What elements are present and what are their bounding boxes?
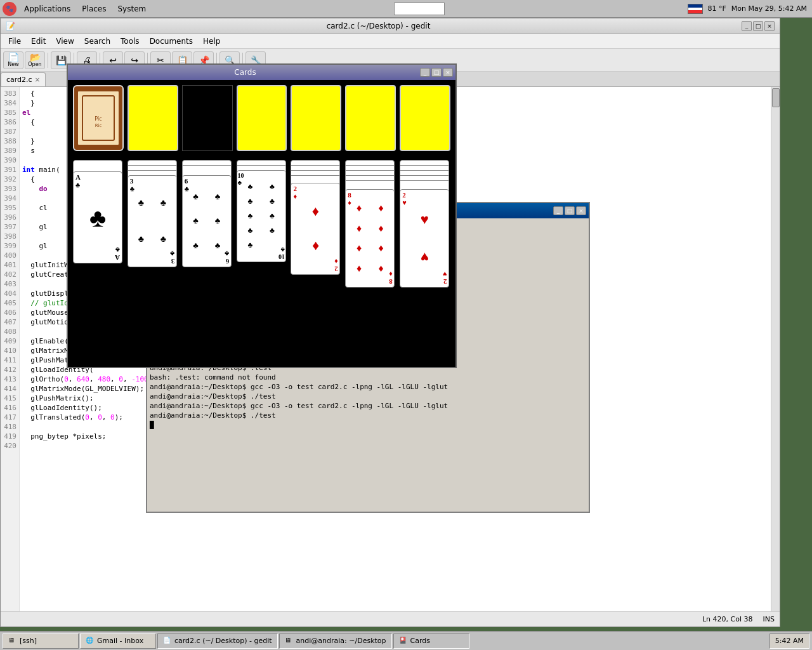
places-menu[interactable]: Places: [77, 3, 111, 15]
scrollbar-right[interactable]: [771, 87, 780, 611]
term-line: andi@andraia:~/Desktop$ ./test: [150, 392, 586, 402]
new-button[interactable]: 📄 New: [3, 51, 23, 69]
terminal-maximize-btn[interactable]: □: [565, 206, 575, 215]
yellow-slot-5: [400, 85, 450, 151]
terminal-minimize-btn[interactable]: _: [553, 206, 563, 215]
deck-card[interactable]: Pic Ric: [73, 85, 124, 151]
taskbar-item-ssh[interactable]: 🖥 [ssh]: [3, 633, 79, 649]
taskbar-label-gmail: Gmail - Inbox: [97, 637, 143, 645]
cards-maximize-btn[interactable]: □: [431, 68, 442, 77]
cards-top-row: Pic Ric: [73, 85, 450, 155]
gnome-logo[interactable]: 🐾: [3, 2, 16, 16]
taskbar-label-terminal: andi@andraia: ~/Desktop: [296, 637, 386, 645]
status-mode: INS: [763, 615, 775, 623]
cards-taskbar-icon: 🎴: [399, 637, 408, 646]
gedit-menu-file[interactable]: File: [3, 36, 26, 47]
cards-titlebar: Cards _ □ ×: [68, 65, 455, 80]
svg-text:Ric: Ric: [95, 123, 102, 128]
gedit-maximize-btn[interactable]: □: [753, 21, 763, 31]
top-panel: 🐾 Applications Places System 81 °F Mon M…: [0, 0, 812, 18]
open-icon: 📂: [30, 53, 41, 62]
taskbar-item-gedit[interactable]: 📄 card2.c (~/ Desktop) - gedit: [157, 633, 278, 649]
cards-win-controls: _ □ ×: [420, 68, 453, 77]
gedit-menu-edit[interactable]: Edit: [26, 36, 51, 47]
column-3: 6♣ 6♣ ♣♣ ♣♣ ♣♣: [182, 160, 233, 287]
terminal-taskbar-icon: 🖥: [285, 637, 294, 646]
gedit-menu-help[interactable]: Help: [198, 36, 225, 47]
panel-right: 81 °F Mon May 29, 5:42 AM: [688, 4, 812, 14]
card-2-diamonds[interactable]: 2♦ 2♦ ♦ ♦: [291, 183, 340, 275]
yellow-slot-3: [291, 85, 341, 151]
system-menu[interactable]: System: [112, 3, 151, 15]
terminal-win-controls: _ □ ×: [553, 206, 586, 215]
tab-close-btn[interactable]: ×: [35, 76, 40, 83]
card-2-hearts[interactable]: 2♥ 2♥ ♥ ♥: [400, 189, 449, 288]
gedit-tab-card2c[interactable]: card2.c ×: [1, 72, 46, 86]
column-4: 10♣ 10♣ ♣♣ ♣♣ ♣♣ ♣♣ ♣: [237, 160, 287, 287]
gmail-icon: 🌐: [86, 637, 95, 646]
status-position: Ln 420, Col 38: [702, 615, 753, 623]
taskbar-item-terminal[interactable]: 🖥 andi@andraia: ~/Desktop: [279, 633, 392, 649]
term-line: bash: .test: command not found: [150, 373, 586, 383]
applications-menu[interactable]: Applications: [19, 3, 75, 15]
cards-minimize-btn[interactable]: _: [420, 68, 430, 77]
column-5: 2♦ 2♦ ♦ ♦: [291, 160, 341, 300]
column-7: 2♥ 2♥ ♥ ♥: [400, 160, 450, 306]
column-1: A♣ A♣ ♣: [73, 160, 124, 287]
gedit-win-controls: _ □ ×: [742, 21, 775, 31]
save-icon: 💾: [56, 56, 67, 65]
taskbar: 🖥 [ssh] 🌐 Gmail - Inbox 📄 card2.c (~/ De…: [0, 631, 812, 650]
toolbar-sep-1: [48, 53, 48, 68]
gedit-taskbar-icon: 📄: [163, 637, 172, 646]
yellow-slot-4: [345, 85, 396, 151]
card-6-clubs[interactable]: 6♣ 6♣ ♣♣ ♣♣ ♣♣: [182, 175, 232, 267]
sys-tray: 5:42 AM: [769, 633, 809, 649]
datetime-display: Mon May 29, 5:42 AM: [731, 4, 807, 13]
gedit-window-icon: 📝: [6, 22, 15, 30]
taskbar-label-gedit: card2.c (~/ Desktop) - gedit: [174, 637, 272, 645]
taskbar-label-cards: Cards: [410, 637, 430, 645]
card-3-clubs[interactable]: 3♣ 3♣ ♣♣ ♣♣: [128, 175, 177, 267]
gedit-minimize-btn[interactable]: _: [742, 21, 752, 31]
terminal-close-btn[interactable]: ×: [576, 206, 586, 215]
svg-text:Pic: Pic: [95, 116, 102, 122]
gedit-menu-tools[interactable]: Tools: [115, 36, 145, 47]
systray-time: 5:42 AM: [775, 637, 804, 645]
taskbar-item-cards[interactable]: 🎴 Cards: [393, 633, 469, 649]
card-10-clubs[interactable]: 10♣ 10♣ ♣♣ ♣♣ ♣♣ ♣♣ ♣: [237, 170, 286, 262]
empty-slot: [182, 85, 233, 151]
gedit-title: card2.c (~/Desktop) - gedit: [15, 22, 742, 30]
gedit-menu-documents[interactable]: Documents: [145, 36, 198, 47]
open-label: Open: [28, 62, 41, 67]
tab-label: card2.c: [6, 76, 32, 84]
gedit-menu-search[interactable]: Search: [79, 36, 115, 47]
gedit-close-btn[interactable]: ×: [764, 21, 775, 31]
taskbar-label-ssh: [ssh]: [20, 637, 37, 645]
card-ace-clubs[interactable]: A♣ A♣ ♣: [73, 171, 122, 263]
cards-window: Cards _ □ × Pic Ric: [67, 63, 457, 368]
new-label: New: [8, 62, 18, 67]
weather-display: 81 °F: [708, 4, 726, 13]
column-2: 3♣ 3♣ ♣♣ ♣♣: [128, 160, 178, 287]
cards-body: Pic Ric A♣ A♣ ♣: [68, 80, 455, 367]
term-line: andi@andraia:~/Desktop$ gcc -O3 -o test …: [150, 402, 586, 411]
cards-title: Cards: [70, 68, 420, 77]
term-line: andi@andraia:~/Desktop$ gcc -O3 -o test …: [150, 383, 586, 392]
yellow-slot-2: [237, 85, 287, 151]
flag-icon: [688, 4, 703, 14]
yellow-slot-1: [128, 85, 178, 151]
gedit-menu-view[interactable]: View: [51, 36, 79, 47]
card-back-design: Pic Ric: [76, 90, 121, 147]
new-icon: 📄: [8, 53, 19, 62]
cards-close-btn[interactable]: ×: [443, 68, 453, 77]
card-8-diamonds[interactable]: 8♦ 8♦ ♦♦ ♦♦ ♦♦ ♦♦: [345, 189, 395, 288]
scrollbar-thumb[interactable]: [772, 88, 780, 107]
open-button[interactable]: 📂 Open: [25, 51, 45, 69]
term-line: andi@andraia:~/Desktop$ ./test: [150, 411, 586, 421]
cards-bottom-row: A♣ A♣ ♣ 3♣ 3♣ ♣♣ ♣♣: [73, 160, 450, 362]
gedit-menubar: File Edit View Search Tools Documents He…: [1, 34, 780, 49]
taskbar-item-gmail[interactable]: 🌐 Gmail - Inbox: [80, 633, 156, 649]
panel-search[interactable]: [394, 3, 445, 15]
line-numbers: 383384385386387 388389390391392 39339439…: [1, 87, 20, 611]
column-6: 8♦ 8♦ ♦♦ ♦♦ ♦♦ ♦♦: [345, 160, 396, 306]
